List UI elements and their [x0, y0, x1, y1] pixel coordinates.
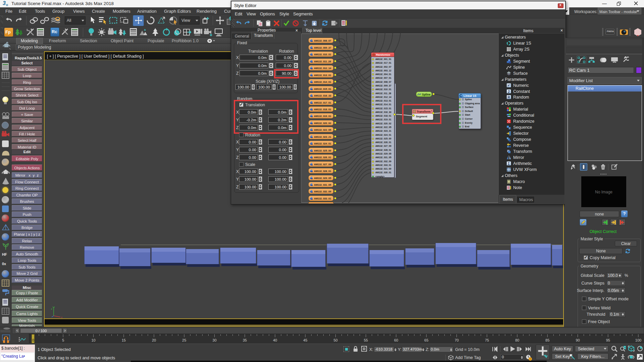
- svg-text:50: 50: [333, 338, 337, 342]
- svg-text:25: 25: [182, 338, 186, 342]
- svg-text:70: 70: [454, 338, 459, 342]
- svg-text:60: 60: [394, 338, 398, 342]
- svg-text:55: 55: [364, 338, 368, 342]
- svg-text:x: x: [61, 316, 62, 318]
- svg-text:75: 75: [485, 338, 489, 342]
- svg-text:65: 65: [424, 338, 428, 342]
- svg-text:40: 40: [273, 338, 277, 342]
- svg-text:2: 2: [509, 127, 510, 129]
- svg-text:100: 100: [635, 338, 641, 342]
- svg-text:5: 5: [62, 338, 64, 342]
- svg-text:90: 90: [576, 338, 580, 342]
- svg-text:35: 35: [243, 338, 247, 342]
- svg-text:z: z: [51, 307, 52, 310]
- svg-text:95: 95: [606, 338, 610, 342]
- svg-text:85: 85: [545, 338, 549, 342]
- svg-text:10: 10: [91, 338, 95, 342]
- svg-text:45: 45: [303, 338, 307, 342]
- svg-text:15: 15: [122, 338, 126, 342]
- svg-text:30: 30: [212, 338, 216, 342]
- svg-text:20: 20: [152, 338, 156, 342]
- svg-text:80: 80: [515, 338, 519, 342]
